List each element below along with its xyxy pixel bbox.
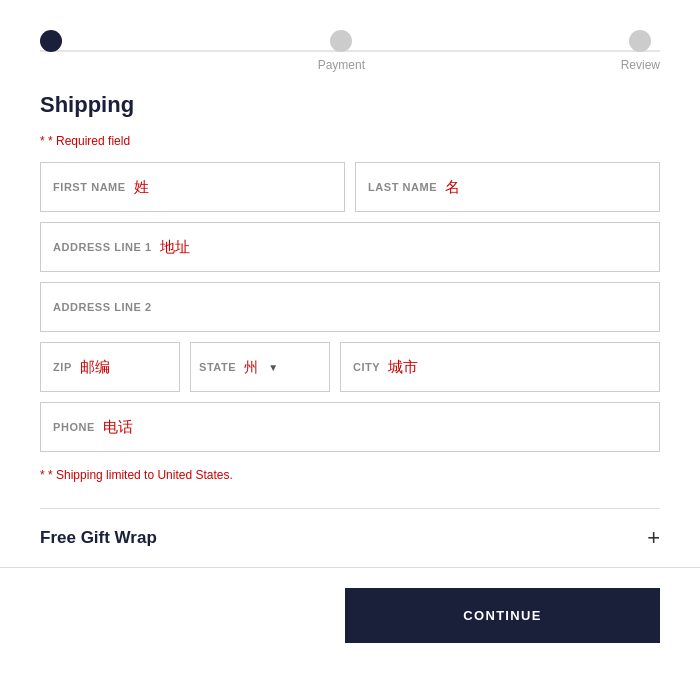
phone-row: PHONE 电话 — [40, 402, 660, 452]
step-label-payment: Payment — [318, 58, 365, 72]
state-field[interactable]: STATE 州 ▼ — [190, 342, 330, 392]
step-label-review: Review — [621, 58, 660, 72]
address1-label: ADDRESS LINE 1 — [53, 241, 152, 253]
required-text: * Required field — [48, 134, 130, 148]
first-name-label: FIRST NAME — [53, 181, 126, 193]
phone-field[interactable]: PHONE 电话 — [40, 402, 660, 452]
last-name-value: 名 — [445, 178, 460, 197]
shipping-note-text: * Shipping limited to United States. — [48, 468, 233, 482]
step-dot-shipping — [40, 30, 62, 52]
continue-section: CONTINUE — [0, 568, 700, 663]
step-payment: Payment — [318, 30, 365, 72]
required-asterisk: * — [40, 134, 45, 148]
shipping-note: * * Shipping limited to United States. — [40, 462, 660, 488]
zip-state-city-row: ZIP 邮编 STATE 州 ▼ CITY 城市 — [40, 342, 660, 392]
first-name-field[interactable]: FIRST NAME 姓 — [40, 162, 345, 212]
zip-field[interactable]: ZIP 邮编 — [40, 342, 180, 392]
gift-wrap-label: Free Gift Wrap — [40, 528, 157, 548]
step-dot-review — [629, 30, 651, 52]
city-label: CITY — [353, 361, 380, 373]
address1-row: ADDRESS LINE 1 地址 — [40, 222, 660, 272]
progress-section: Payment Review — [0, 0, 700, 82]
shipping-form: * * Required field FIRST NAME 姓 LAST NAM… — [0, 118, 700, 488]
zip-label: ZIP — [53, 361, 72, 373]
gift-wrap-row[interactable]: Free Gift Wrap + — [0, 509, 700, 568]
state-select-wrapper[interactable]: 州 ▼ — [244, 359, 278, 375]
last-name-label: LAST NAME — [368, 181, 437, 193]
address2-row: ADDRESS LINE 2 — [40, 282, 660, 332]
progress-bar: Payment Review — [40, 30, 660, 72]
phone-value: 电话 — [103, 418, 133, 437]
plus-icon[interactable]: + — [647, 527, 660, 549]
progress-steps: Payment Review — [40, 30, 660, 72]
address1-value: 地址 — [160, 238, 190, 257]
shipping-note-asterisk: * — [40, 468, 45, 482]
address2-label: ADDRESS LINE 2 — [53, 301, 152, 313]
last-name-field[interactable]: LAST NAME 名 — [355, 162, 660, 212]
state-label: STATE — [199, 361, 236, 373]
zip-value: 邮编 — [80, 358, 110, 377]
page-title: Shipping — [0, 82, 700, 118]
city-field[interactable]: CITY 城市 — [340, 342, 660, 392]
step-shipping — [40, 30, 62, 72]
required-note: * * Required field — [40, 134, 660, 148]
step-dot-payment — [330, 30, 352, 52]
address2-field[interactable]: ADDRESS LINE 2 — [40, 282, 660, 332]
state-select[interactable]: 州 — [244, 359, 278, 375]
city-value: 城市 — [388, 358, 418, 377]
name-row: FIRST NAME 姓 LAST NAME 名 — [40, 162, 660, 212]
phone-label: PHONE — [53, 421, 95, 433]
step-review: Review — [621, 30, 660, 72]
address1-field[interactable]: ADDRESS LINE 1 地址 — [40, 222, 660, 272]
continue-button[interactable]: CONTINUE — [345, 588, 660, 643]
first-name-value: 姓 — [134, 178, 149, 197]
